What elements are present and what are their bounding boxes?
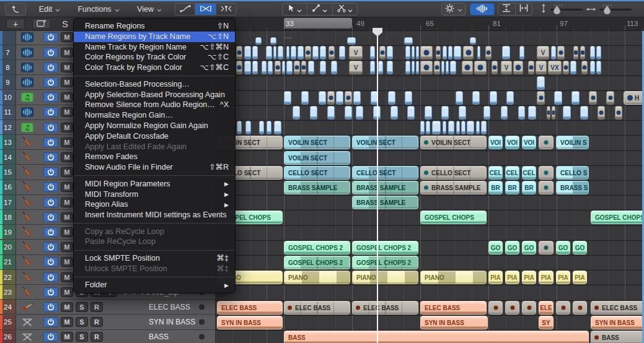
region-cell[interactable] [598, 106, 605, 119]
track-power-button[interactable] [43, 257, 58, 267]
region-cell[interactable] [528, 61, 534, 74]
region-cell[interactable] [596, 61, 601, 74]
region-voilin-sect[interactable]: VOILIN SECT [420, 136, 487, 149]
region-cell[interactable] [339, 46, 345, 59]
region-cello-sect[interactable]: CELLO SECT [284, 166, 350, 180]
track-power-button[interactable] [43, 167, 58, 177]
region-cell[interactable] [563, 61, 569, 74]
region-cell[interactable] [434, 61, 440, 74]
region-cell[interactable] [456, 121, 460, 134]
bar-ruler[interactable]: 3349658197113 [216, 17, 644, 31]
region-cell[interactable] [252, 46, 258, 59]
menu-item-remove-silence-from-audio-region[interactable]: Remove Silence from Audio Region…^X [74, 100, 235, 110]
region-cell[interactable] [518, 106, 525, 119]
line-tool-button[interactable] [307, 4, 332, 15]
region-cell[interactable] [370, 61, 375, 74]
region-cell[interactable] [506, 91, 514, 105]
vertical-zoom-thumb[interactable] [553, 5, 561, 17]
menu-item-selection-based-processing[interactable]: Selection-Based Processing… [74, 79, 235, 90]
region-syn-in-bass[interactable]: SYN IN BASS [591, 316, 642, 329]
track-power-button[interactable] [43, 317, 58, 327]
region-cell[interactable] [539, 241, 554, 254]
mute-button[interactable]: M [61, 332, 73, 342]
menu-item-color-track-by-region-color[interactable]: Color Track by Region Color⌥⇧⌘C [74, 63, 235, 73]
region-piano[interactable]: PIANO [284, 271, 350, 284]
region-vx[interactable]: VX [548, 61, 562, 74]
region-syn-in-bass[interactable]: SYN IN BASS [217, 316, 283, 329]
region-cell[interactable] [407, 106, 415, 119]
track-name[interactable]: BASS [149, 332, 169, 341]
region-cell[interactable] [236, 46, 242, 59]
region-cell[interactable] [426, 121, 430, 134]
region-v[interactable]: V [349, 61, 363, 74]
add-track-button[interactable]: + [6, 19, 25, 29]
region-cell[interactable] [259, 121, 264, 134]
mute-button[interactable]: M [61, 227, 73, 237]
region-cell[interactable] [412, 46, 415, 59]
region-cell[interactable] [606, 91, 614, 105]
region-cello-sect[interactable]: CELLO SECT [352, 166, 418, 180]
region-go[interactable]: GO [505, 241, 519, 254]
waveform-zoom-button[interactable] [470, 3, 495, 15]
region-cell[interactable] [319, 91, 326, 105]
region-cell[interactable] [301, 61, 306, 74]
region-cell[interactable] [312, 46, 319, 59]
tracks-area[interactable]: ...VVVVVVXHVOILIN SECTVOILIN SECTVOILIN … [216, 31, 642, 343]
menu-item-name-regions-by-track-name[interactable]: Name Regions by Track Name⌥⇧N [74, 32, 235, 42]
region-cello-sect[interactable]: CELLO SECT [420, 166, 487, 180]
region-cell[interactable] [454, 46, 461, 59]
region-cell[interactable] [477, 46, 480, 59]
region-cell[interactable] [589, 91, 597, 105]
track-header-row[interactable]: 24MSRELEC BASS [0, 300, 216, 315]
mute-button[interactable]: M [61, 272, 73, 282]
input-monitor-dot[interactable] [199, 334, 205, 340]
region-cell[interactable] [502, 46, 510, 59]
mute-button[interactable]: M [61, 167, 73, 177]
horizontal-auto-zoom-button[interactable] [516, 4, 532, 15]
region-cell[interactable] [275, 61, 281, 74]
track-power-button[interactable] [43, 32, 58, 42]
track-power-button[interactable] [43, 63, 58, 72]
mute-button[interactable]: M [61, 182, 73, 192]
region-cell[interactable] [266, 46, 272, 59]
region-cell[interactable] [308, 61, 314, 74]
region-cell[interactable] [291, 46, 296, 59]
region-cell[interactable] [274, 121, 281, 134]
region-cell[interactable] [539, 181, 554, 194]
region-cell[interactable] [294, 61, 300, 74]
region-cel[interactable]: CEL [488, 166, 503, 180]
menu-item-rename-regions[interactable]: Rename Regions⇧N [74, 21, 235, 32]
edit-menu[interactable]: Edit [31, 3, 68, 15]
scissors-tool-button[interactable] [333, 4, 357, 15]
solo-button[interactable]: S [76, 317, 88, 327]
region-pia[interactable]: PIA [556, 271, 570, 284]
mute-button[interactable]: M [61, 257, 73, 267]
menu-item-color-regions-by-track-color[interactable]: Color Regions by Track Color⌥⇧C [74, 52, 235, 63]
settings-button[interactable] [441, 3, 466, 15]
region-cell[interactable] [522, 301, 536, 315]
track-power-button[interactable] [43, 332, 58, 342]
menu-item-folder[interactable]: Folder▶ [74, 280, 235, 290]
region-elec-bass[interactable]: ELEC BASS [217, 301, 283, 315]
view-menu[interactable]: View [130, 3, 169, 15]
mute-button[interactable]: M [61, 48, 73, 58]
region-cell[interactable] [390, 106, 398, 119]
region-cell[interactable] [420, 121, 425, 134]
solo-button[interactable]: S [76, 302, 88, 312]
region-cell[interactable] [305, 46, 311, 59]
mute-button[interactable]: M [61, 92, 73, 102]
region-cell[interactable] [441, 106, 449, 119]
region-cell[interactable] [252, 61, 258, 74]
region-go[interactable]: GO [522, 241, 536, 254]
region-cel[interactable]: CEL [522, 166, 536, 180]
region-cell[interactable] [262, 61, 267, 74]
region-cell[interactable] [590, 46, 595, 59]
region-cell[interactable] [443, 121, 446, 134]
track-power-button[interactable] [43, 48, 58, 58]
region-cell[interactable] [378, 61, 383, 74]
record-enable-button[interactable]: R [90, 317, 103, 327]
track-header-row[interactable]: 25MSRSYN IN BASS [0, 315, 216, 330]
region-elec-bass[interactable]: ELEC BASS [591, 301, 642, 315]
menu-item-show-audio-file-in-finder[interactable]: Show Audio File in Finder⇧⌘R [74, 162, 235, 173]
track-power-button[interactable] [43, 77, 58, 87]
